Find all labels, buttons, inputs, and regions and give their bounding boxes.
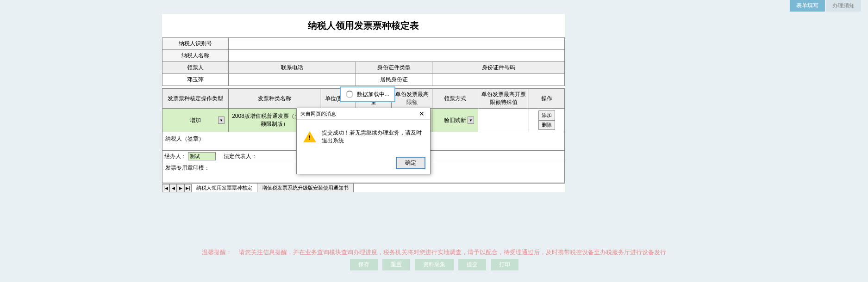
reminder-label: 温馨提醒： <box>202 249 232 256</box>
handler-label: 经办人： <box>164 153 187 159</box>
ok-button[interactable]: 确定 <box>396 157 425 169</box>
submit-button[interactable]: 提交 <box>458 259 486 270</box>
nav-prev-icon[interactable]: ◀ <box>169 184 177 192</box>
special-cell <box>478 109 529 132</box>
tab-notice[interactable]: 办理须知 <box>826 0 861 12</box>
collect-button[interactable]: 资料采集 <box>415 259 454 270</box>
sheet-tab-1[interactable]: 纳税人领用发票票种核定 <box>192 184 257 192</box>
taxpayer-id-label: 纳税人识别号 <box>162 38 229 50</box>
header-optype: 发票票种核定操作类型 <box>162 89 229 109</box>
tab-form-fill[interactable]: 表单填写 <box>790 0 825 12</box>
header-receiver: 领票人 <box>162 62 229 74</box>
bottom-button-bar: 保存 重置 资料采集 提交 打印 <box>0 259 868 270</box>
chevron-down-icon[interactable]: ▼ <box>218 116 225 124</box>
reminder-body: 请您关注信息提醒，并在业务查询模块查询办理进度，税务机关将对您进行实地调查，请予… <box>239 249 666 256</box>
handler-input[interactable] <box>188 152 216 160</box>
nav-next-icon[interactable]: ▶ <box>177 184 184 192</box>
optype-cell[interactable]: 增加 ▼ <box>162 109 229 132</box>
top-tab-bar: 表单填写 办理须知 <box>790 0 861 12</box>
loading-text: 数据加载中... <box>357 91 389 98</box>
header-special: 单份发票最高开票限额特殊值 <box>478 89 529 109</box>
header-kindname: 发票种类名称 <box>229 89 320 109</box>
taxpayer-name-value <box>229 50 565 62</box>
reset-button[interactable]: 重置 <box>382 259 410 270</box>
method-cell[interactable]: 验旧购新 ▼ <box>432 109 478 132</box>
action-cell: 添加 删除 <box>529 109 565 132</box>
warning-icon <box>303 131 316 142</box>
receiver-phone <box>229 74 356 86</box>
dialog-title-text: 来自网页的消息 <box>300 110 336 117</box>
nav-last-icon[interactable]: ▶| <box>184 184 192 192</box>
header-idno: 身份证件号码 <box>432 62 565 74</box>
add-button[interactable]: 添加 <box>538 110 555 120</box>
header-phone: 联系电话 <box>229 62 356 74</box>
close-icon[interactable]: ✕ <box>417 110 426 117</box>
sheet-tab-2[interactable]: 增值税发票系统升级版安装使用通知书 <box>257 184 354 192</box>
header-maxamount: 单份发票最高限额 <box>392 89 432 109</box>
receiver-idno <box>432 74 565 86</box>
loading-overlay: 数据加载中... <box>340 86 395 102</box>
header-action: 操作 <box>529 89 565 109</box>
chevron-down-icon[interactable]: ▼ <box>468 116 474 124</box>
delete-button[interactable]: 删除 <box>538 120 555 130</box>
dialog-message: 提交成功！若无需继续办理业务，请及时退出系统 <box>322 129 424 145</box>
header-idtype: 身份证件类型 <box>356 62 432 74</box>
optype-value: 增加 <box>190 116 201 124</box>
header-method: 领票方式 <box>432 89 478 109</box>
taxpayer-id-value <box>229 38 565 50</box>
method-value: 验旧购新 <box>444 116 466 124</box>
receiver-idtype: 居民身份证 <box>356 74 432 86</box>
legal-label: 法定代表人： <box>224 153 257 159</box>
print-button[interactable]: 打印 <box>491 259 518 270</box>
form-title: 纳税人领用发票票种核定表 <box>162 14 565 37</box>
alert-dialog: 来自网页的消息 ✕ 提交成功！若无需继续办理业务，请及时退出系统 确定 <box>296 108 431 174</box>
receiver-name: 邓玉萍 <box>162 74 229 86</box>
sheet-tab-bar: |◀ ◀ ▶ ▶| 纳税人领用发票票种核定 增值税发票系统升级版安装使用通知书 <box>162 183 565 192</box>
save-button[interactable]: 保存 <box>350 259 378 270</box>
nav-first-icon[interactable]: |◀ <box>162 184 169 192</box>
taxpayer-name-label: 纳税人名称 <box>162 50 229 62</box>
reminder-text: 温馨提醒： 请您关注信息提醒，并在业务查询模块查询办理进度，税务机关将对您进行实… <box>0 248 868 257</box>
spinner-icon <box>346 91 353 98</box>
